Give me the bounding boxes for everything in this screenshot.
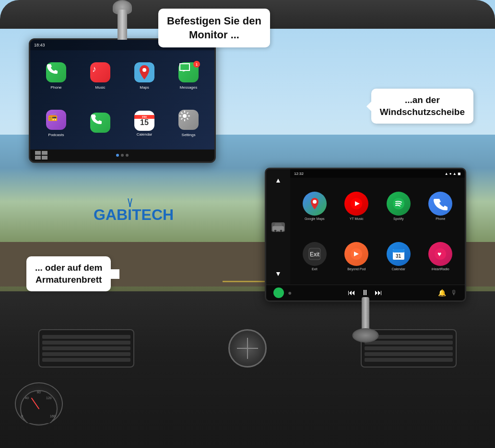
svg-text:0: 0	[21, 414, 23, 418]
iheartradio-label: iHeartRadio	[432, 267, 449, 271]
page-dots	[116, 154, 129, 157]
svg-point-34	[129, 205, 131, 207]
app-nowplaying[interactable]: FRI 15 Calendar	[124, 102, 165, 145]
podcasts-app-label: Podcasts	[48, 133, 64, 137]
calendar-label: Calendar	[392, 267, 405, 271]
messages-badge: 1	[193, 61, 200, 68]
googlemaps-icon	[303, 192, 327, 216]
android-app-grid: Google Maps YT Music Spotify	[290, 178, 465, 285]
play-icon[interactable]: ⏸	[361, 288, 369, 297]
spotify-icon	[387, 192, 411, 216]
beyondpod-label: Beyond Pod	[347, 267, 365, 271]
settings-app-label: Settings	[182, 133, 196, 137]
time-display: 18:43	[34, 43, 45, 47]
svg-text:31: 31	[396, 253, 401, 259]
mount-arm	[118, 10, 127, 43]
monitor-top-body: 18:43 ▲ ● ● Phone ♪ Music	[29, 38, 216, 163]
vent-slot	[42, 352, 130, 356]
dot-active	[116, 154, 119, 157]
android-icons: ▲ ● ▲ ◼	[445, 172, 461, 176]
svg-line-32	[128, 198, 130, 206]
callout-bottom: ... oder auf dem Armaturenbrett	[26, 256, 111, 291]
app-phone2[interactable]	[80, 102, 120, 145]
callout-right-line2: Windschutzscheibe	[380, 107, 465, 117]
app-maps[interactable]: Maps	[124, 54, 165, 98]
next-icon[interactable]: ⏭	[375, 288, 382, 297]
callout-top: Befestigen Sie den Monitor ...	[158, 9, 270, 47]
screen-bottom-bar	[30, 149, 214, 161]
calendar-app-label: Calendar	[137, 132, 152, 137]
svg-point-11	[183, 114, 187, 118]
monitor-bottom-body: 12:32 ▲ ● ▲ ◼ ▲ ▼ Google Maps	[265, 168, 466, 302]
brand-gab: GAB	[94, 206, 128, 224]
app-settings[interactable]: Settings	[168, 102, 209, 145]
svg-text:80: 80	[37, 391, 41, 394]
center-control	[228, 329, 267, 368]
vent-slot	[42, 335, 130, 339]
android-sidebar: ▲ ▼	[266, 169, 290, 285]
mount-pole	[362, 297, 369, 331]
callout-top-line2: Monitor ...	[189, 29, 239, 41]
android-app-beyondpod[interactable]: Beyond Pod	[337, 233, 377, 280]
beyondpod-icon	[344, 242, 368, 266]
android-app-googlemaps[interactable]: Google Maps	[295, 183, 334, 230]
app-phone[interactable]: Phone	[36, 54, 76, 98]
settings-app-icon	[178, 110, 199, 130]
phone2-app-icon	[90, 113, 110, 133]
android-app-phone[interactable]: Phone	[421, 183, 460, 230]
svg-text:♪: ♪	[92, 64, 96, 74]
app-grid: Phone ♪ Music Map	[30, 50, 214, 149]
media-left: ●	[273, 287, 292, 298]
app-messages[interactable]: 1 Messages	[168, 54, 209, 98]
media-dot: ●	[288, 289, 292, 297]
dashboard-background	[0, 291, 495, 448]
phone-label: Phone	[436, 217, 445, 220]
prev-icon[interactable]: ⏮	[348, 288, 355, 297]
brand-tech: TECH	[132, 206, 174, 224]
svg-text:📻: 📻	[48, 112, 58, 121]
media-right: 🔔 🎙	[438, 289, 458, 297]
maps-app-icon	[134, 62, 154, 82]
android-time: 12:32	[294, 172, 304, 176]
ytmusic-icon	[344, 192, 368, 216]
app-podcasts[interactable]: 📻 Podcasts	[36, 102, 76, 145]
exit-icon: Exit	[303, 242, 327, 266]
svg-line-33	[130, 198, 132, 206]
dot-inactive-2	[126, 154, 129, 157]
svg-point-19	[313, 200, 317, 204]
svg-point-0	[21, 391, 57, 423]
exit-label: Exit	[312, 267, 318, 271]
svg-point-17	[274, 230, 277, 232]
phone-app-label: Phone	[50, 85, 61, 90]
podcasts-app-icon: 📻	[46, 110, 66, 130]
callout-bottom-line1: ... oder auf dem	[35, 263, 102, 273]
mic-icon[interactable]: 🎙	[451, 289, 458, 297]
android-app-spotify[interactable]: Spotify	[379, 183, 418, 230]
bell-icon[interactable]: 🔔	[438, 289, 446, 297]
car-icon	[271, 222, 285, 232]
dial-indicator-v	[247, 338, 248, 359]
svg-text:Exit: Exit	[310, 251, 320, 258]
center-dial[interactable]	[228, 329, 267, 368]
app-music[interactable]: ♪ Music	[80, 54, 120, 98]
android-app-calendar[interactable]: 31 Calendar	[379, 233, 418, 280]
callout-right: ...an der Windschutzscheibe	[371, 89, 473, 124]
messages-app-label: Messages	[180, 85, 197, 90]
android-app-ytmusic[interactable]: YT Music	[337, 183, 377, 230]
svg-rect-27	[393, 249, 404, 253]
vent-slot	[42, 358, 130, 362]
callout-top-line1: Befestigen Sie den	[167, 15, 261, 27]
media-controls: ⏮ ⏸ ⏭	[348, 288, 382, 297]
vent-slot	[365, 352, 453, 356]
svg-rect-14	[35, 156, 41, 160]
carplay-screen: 18:43 ▲ ● ● Phone ♪ Music	[30, 40, 214, 149]
grid-icon	[35, 151, 48, 160]
android-app-exit[interactable]: Exit Exit	[295, 233, 334, 280]
svg-text:160: 160	[50, 414, 56, 418]
spotify-label: Spotify	[393, 217, 403, 220]
brand-i: I	[128, 206, 132, 224]
scroll-down-icon[interactable]: ▼	[275, 270, 282, 277]
android-app-iheartradio[interactable]: ♥ iHeartRadio	[421, 233, 460, 280]
android-auto-screen: 12:32 ▲ ● ▲ ◼ ▲ ▼ Google Maps	[266, 169, 465, 285]
scroll-up-icon[interactable]: ▲	[275, 176, 282, 184]
